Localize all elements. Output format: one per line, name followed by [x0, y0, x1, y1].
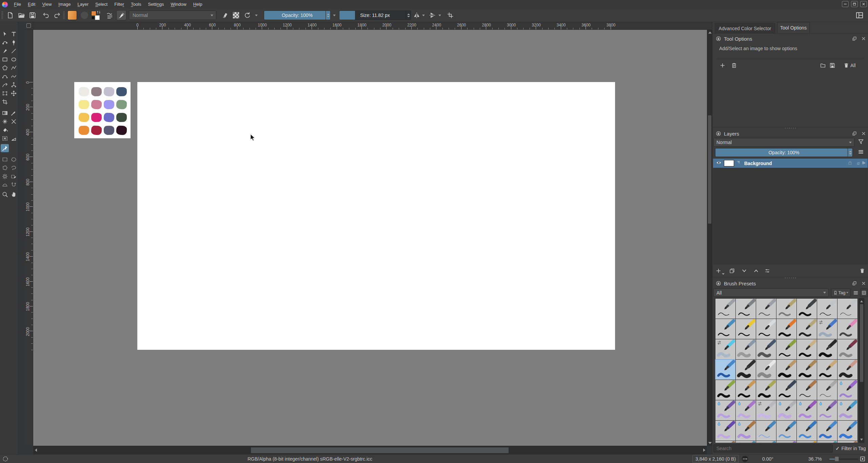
layer-row-background[interactable]: Background α	[713, 159, 868, 168]
vertical-scrollbar[interactable]	[707, 30, 712, 446]
menu-window[interactable]: Window	[167, 0, 190, 9]
tool-similar-select[interactable]	[9, 172, 18, 180]
brush-scroll-thumb[interactable]	[860, 304, 863, 382]
docker-float-icon[interactable]	[852, 281, 857, 287]
mirror-horizontal-arrow[interactable]	[421, 9, 426, 22]
brush-preset[interactable]	[756, 359, 776, 380]
canvas-viewport[interactable]	[33, 30, 707, 446]
swap-colors-icon[interactable]	[97, 9, 101, 16]
add-layer-arrow[interactable]	[722, 270, 725, 276]
close-button[interactable]	[860, 1, 867, 7]
brush-preset[interactable]	[756, 400, 776, 421]
tool-measure[interactable]	[9, 134, 18, 142]
brush-preset[interactable]	[735, 420, 756, 441]
hscroll-thumb[interactable]	[251, 447, 509, 453]
menu-select[interactable]: Select	[92, 0, 111, 9]
horizontal-scrollbar[interactable]	[33, 446, 707, 454]
brush-preset[interactable]	[735, 319, 756, 339]
save-button[interactable]	[28, 9, 37, 22]
brush-preset[interactable]	[715, 359, 736, 380]
maximize-button[interactable]	[851, 1, 858, 7]
tool-crop[interactable]	[1, 98, 9, 106]
tool-multibrush[interactable]	[9, 81, 18, 89]
scroll-down-arrow[interactable]	[708, 442, 712, 444]
tool-dynamic-brush[interactable]	[1, 81, 9, 89]
docker-lock-icon[interactable]	[716, 131, 721, 137]
layer-thumbnail[interactable]	[724, 160, 734, 166]
brush-preview-icon[interactable]	[741, 455, 749, 463]
brush-preset[interactable]	[796, 319, 817, 339]
scroll-right-arrow[interactable]	[703, 448, 705, 452]
brush-preset[interactable]	[735, 359, 756, 380]
filter-in-tag-checkbox[interactable]: ✓	[835, 445, 840, 451]
eraser-mode-button[interactable]	[220, 9, 229, 22]
brush-scroll-down[interactable]	[860, 439, 863, 441]
brush-preset[interactable]	[817, 359, 837, 380]
save-image-button[interactable]	[828, 61, 836, 69]
ruler-left[interactable]: 0200400600800100012001400160018002000	[25, 30, 33, 446]
mirror-vertical-arrow[interactable]	[437, 9, 442, 22]
scroll-up-arrow[interactable]	[708, 32, 712, 34]
menu-settings[interactable]: Settings	[144, 0, 167, 9]
brush-preset[interactable]	[837, 359, 858, 380]
menu-edit[interactable]: Edit	[24, 0, 39, 9]
redo-button[interactable]	[52, 9, 62, 22]
tool-bezier-select[interactable]	[1, 181, 9, 189]
menu-tools[interactable]: Tools	[127, 0, 144, 9]
tool-ellipse-select[interactable]	[9, 155, 18, 163]
brush-preset[interactable]	[817, 339, 837, 360]
tool-line[interactable]	[9, 47, 18, 55]
opacity-slider[interactable]: Opacity: 100%	[264, 11, 331, 20]
gradient-chooser[interactable]	[67, 9, 77, 22]
tool-rect-select[interactable]	[1, 155, 9, 163]
brush-preset[interactable]	[796, 359, 817, 380]
brush-scrollbar[interactable]	[859, 298, 864, 443]
open-image-button[interactable]	[819, 61, 827, 69]
tool-gradient[interactable]	[1, 109, 9, 117]
delete-all-button[interactable]: All	[843, 61, 856, 69]
reload-preset-button[interactable]	[243, 9, 252, 22]
brush-preset[interactable]	[776, 298, 797, 319]
add-layer-button[interactable]	[714, 267, 723, 275]
ruler-top[interactable]: 0200400600800100012001400160018002000220…	[33, 22, 712, 30]
size-slider[interactable]: Size: 11.82 px	[339, 11, 411, 20]
brush-preset[interactable]	[756, 420, 776, 441]
brush-preset[interactable]	[776, 400, 797, 421]
vscroll-thumb[interactable]	[708, 115, 711, 224]
paste-image-button[interactable]	[730, 61, 738, 69]
brush-preset[interactable]	[837, 420, 858, 441]
tool-move[interactable]	[9, 89, 18, 97]
brush-menu-button[interactable]	[852, 288, 860, 297]
brush-preset[interactable]	[776, 359, 797, 380]
docker-close-icon[interactable]	[861, 131, 866, 137]
layer-visibility-icon[interactable]	[716, 160, 722, 167]
brush-preset[interactable]	[715, 420, 736, 441]
brush-preset[interactable]	[796, 441, 817, 443]
brush-editor-button[interactable]	[116, 9, 127, 22]
layer-opacity-spin[interactable]	[848, 148, 852, 157]
tab-tool-options[interactable]: Tool Options	[777, 22, 810, 33]
layer-alpha-icon[interactable]: α	[857, 161, 860, 166]
brush-preset[interactable]	[715, 319, 736, 339]
tool-transform[interactable]	[1, 89, 9, 97]
ruler-corner-icon[interactable]	[26, 23, 31, 28]
zoom-mode-button[interactable]	[859, 455, 866, 463]
tool-assistants[interactable]	[1, 144, 9, 152]
brush-preset[interactable]	[735, 339, 756, 360]
image-dimensions[interactable]: 3,840 x 2,160 (0 B)	[692, 455, 739, 463]
brush-preset[interactable]	[796, 298, 817, 319]
brush-filter-dropdown[interactable]: All▼	[713, 288, 829, 297]
tool-polygon[interactable]	[1, 64, 9, 72]
tool-pattern-edit[interactable]	[1, 117, 9, 125]
brush-preset[interactable]	[715, 380, 736, 400]
reference-image[interactable]	[74, 82, 131, 138]
menu-layer[interactable]: Layer	[74, 0, 92, 9]
tool-ellipse[interactable]	[9, 55, 18, 63]
tool-fill[interactable]	[1, 126, 9, 134]
menu-filter[interactable]: Filter	[111, 0, 127, 9]
menu-help[interactable]: Help	[190, 0, 206, 9]
duplicate-layer-button[interactable]	[728, 267, 736, 275]
layer-inherit-alpha-icon[interactable]	[861, 160, 866, 167]
menu-file[interactable]: File	[11, 0, 24, 9]
brush-preset[interactable]	[817, 298, 837, 319]
